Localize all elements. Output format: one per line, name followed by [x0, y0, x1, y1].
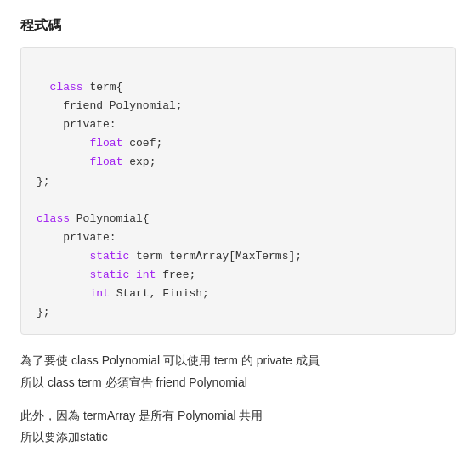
- code-line-12: };: [37, 306, 50, 319]
- code-line-6: };: [37, 175, 50, 188]
- description-1-line-1: 為了要使 class Polynomial 可以使用 term 的 privat…: [20, 350, 456, 371]
- code-line-5: float exp;: [37, 155, 156, 168]
- code-line-11: int Start, Finish;: [37, 287, 209, 300]
- description-2-line-1: 此外，因為 termArray 是所有 Polynomial 共用: [20, 405, 456, 426]
- code-line-9: static term termArray[MaxTerms];: [37, 250, 302, 263]
- code-line-4: float coef;: [37, 137, 162, 150]
- description-1: 為了要使 class Polynomial 可以使用 term 的 privat…: [20, 350, 456, 392]
- code-line-1: class term{: [50, 81, 123, 93]
- code-line-10: static int free;: [37, 268, 196, 281]
- code-line-2: friend Polynomial;: [37, 99, 183, 112]
- code-line-7: class Polynomial{: [37, 212, 150, 225]
- description-3: 優點：對於 sparse polynomial 能節省許多空間 缺點：若為 no…: [20, 460, 456, 463]
- code-line-8: private:: [37, 231, 116, 244]
- description-2: 此外，因為 termArray 是所有 Polynomial 共用 所以要添加s…: [20, 405, 456, 448]
- page-title: 程式碼: [20, 17, 456, 35]
- code-block: class term{ friend Polynomial; private: …: [20, 47, 456, 335]
- description-1-line-2: 所以 class term 必須宣告 friend Polynomial: [20, 372, 456, 393]
- description-2-line-2: 所以要添加static: [20, 426, 456, 448]
- code-line-3: private:: [37, 118, 116, 131]
- description-3-line-1: 優點：對於 sparse polynomial 能節省許多空間: [20, 460, 456, 463]
